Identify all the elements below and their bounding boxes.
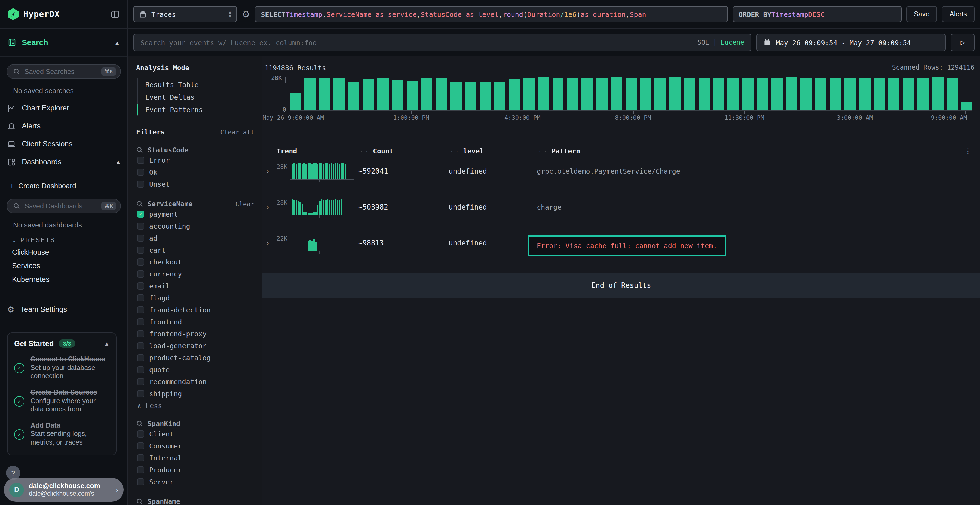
preset-kubernetes[interactable]: Kubernetes — [0, 273, 127, 286]
saved-dashboards-input[interactable]: Saved Dashboards ⌘K — [6, 199, 121, 213]
filter-option-frontend[interactable]: frontend — [136, 316, 254, 327]
search-icon[interactable] — [136, 200, 143, 207]
user-menu[interactable]: D dale@clickhouse.com dale@clickhouse.co… — [4, 478, 124, 502]
filter-option-shipping[interactable]: shipping — [136, 387, 254, 399]
column-header-level[interactable]: ⋮⋮level — [449, 147, 537, 155]
checkbox[interactable] — [137, 330, 144, 337]
filter-option-payment[interactable]: ✓payment — [136, 208, 254, 220]
checkbox[interactable] — [137, 354, 144, 361]
sidebar-item-chart-explorer[interactable]: Chart Explorer — [0, 99, 127, 117]
filter-option-checkout[interactable]: checkout — [136, 256, 254, 268]
row-expand-chevron-icon[interactable]: › — [266, 199, 277, 211]
drag-handle-icon[interactable]: ⋮⋮ — [449, 148, 460, 154]
run-query-button[interactable]: ▷ — [951, 34, 975, 51]
filter-option-client[interactable]: Client — [136, 428, 254, 440]
column-header-count[interactable]: ⋮⋮Count — [358, 147, 449, 155]
table-menu-icon[interactable]: ⋮ — [961, 147, 975, 155]
source-settings-gear-icon[interactable]: ⚙ — [242, 9, 250, 20]
get-started-item[interactable]: ✓Create Data SourcesConfigure where your… — [14, 389, 110, 414]
clear-filter-button[interactable]: Clear — [235, 200, 254, 208]
date-range-picker[interactable]: May 26 09:09:54 - May 27 09:09:54 — [756, 34, 946, 51]
order-by-input[interactable]: ORDER BY Timestamp DESC — [733, 6, 901, 22]
row-expand-chevron-icon[interactable]: › — [266, 163, 277, 175]
sidebar-section-search[interactable]: Search ▲ — [0, 29, 127, 57]
search-icon[interactable] — [136, 146, 143, 154]
row-expand-chevron-icon[interactable]: › — [266, 235, 277, 247]
show-less-button[interactable]: ∧Less — [136, 399, 254, 410]
event-search-input[interactable]: Search your events w/ Lucene ex. column:… — [134, 34, 751, 51]
sidebar-item-alerts[interactable]: Alerts — [0, 117, 127, 135]
filter-option-cart[interactable]: cart — [136, 244, 254, 256]
get-started-item[interactable]: ✓Add DataStart sending logs, metrics, or… — [14, 422, 110, 447]
checkbox[interactable] — [137, 180, 144, 187]
checkbox[interactable] — [137, 234, 144, 241]
checkbox[interactable] — [137, 454, 144, 461]
filter-option-fraud-detection[interactable]: fraud-detection — [136, 304, 254, 316]
sidebar-item-dashboards[interactable]: Dashboards▲ — [0, 153, 127, 171]
checkbox[interactable] — [137, 258, 144, 265]
checkbox[interactable] — [137, 378, 144, 385]
alerts-button[interactable]: Alerts — [942, 6, 975, 22]
sidebar-item-team-settings[interactable]: ⚙ Team Settings — [0, 300, 127, 318]
filter-option-quote[interactable]: quote — [136, 364, 254, 375]
preset-clickhouse[interactable]: ClickHouse — [0, 245, 127, 259]
checkbox[interactable] — [137, 270, 144, 277]
checkbox[interactable] — [137, 306, 144, 313]
chevron-up-icon[interactable]: ▲ — [115, 159, 121, 165]
filter-option-internal[interactable]: Internal — [136, 452, 254, 464]
analysis-mode-event-patterns[interactable]: Event Patterns — [138, 103, 254, 116]
search-icon[interactable] — [136, 498, 143, 505]
table-row[interactable]: ›22K~98813undefinedError: Visa cache ful… — [266, 235, 975, 263]
filter-option-ok[interactable]: Ok — [136, 166, 254, 178]
checkbox[interactable] — [137, 222, 144, 229]
checkbox[interactable] — [137, 282, 144, 289]
column-header-trend[interactable]: Trend — [277, 147, 358, 155]
filter-option-error[interactable]: Error — [136, 154, 254, 166]
get-started-header[interactable]: Get Started 3/3 ▲ — [14, 339, 110, 348]
checkbox[interactable] — [137, 430, 144, 437]
checkbox-checked[interactable]: ✓ — [137, 210, 144, 218]
table-row[interactable]: ›28K~592041undefinedgrpc.oteldemo.Paymen… — [266, 163, 975, 191]
clear-all-filters-button[interactable]: Clear all — [220, 129, 254, 136]
analysis-mode-event-deltas[interactable]: Event Deltas — [138, 91, 254, 103]
language-sql[interactable]: SQL — [697, 39, 709, 46]
source-select[interactable]: Traces ▲▼ — [134, 6, 237, 22]
drag-handle-icon[interactable]: ⋮⋮ — [358, 148, 369, 154]
filter-option-flagd[interactable]: flagd — [136, 292, 254, 304]
checkbox[interactable] — [137, 342, 144, 349]
filter-option-currency[interactable]: currency — [136, 268, 254, 280]
get-started-item[interactable]: ✓Connect to ClickHouseSet up your databa… — [14, 355, 110, 381]
checkbox[interactable] — [137, 246, 144, 253]
sql-select-input[interactable]: SELECT Timestamp, ServiceName as service… — [255, 6, 728, 22]
filter-option-email[interactable]: email — [136, 280, 254, 292]
checkbox[interactable] — [137, 318, 144, 325]
language-toggle[interactable]: SQL | Lucene — [697, 39, 744, 46]
create-dashboard-button[interactable]: + Create Dashboard — [0, 177, 127, 194]
search-icon[interactable] — [136, 420, 143, 427]
checkbox[interactable] — [137, 156, 144, 164]
chevron-up-icon[interactable]: ▲ — [104, 340, 110, 346]
checkbox[interactable] — [137, 466, 144, 473]
checkbox[interactable] — [137, 366, 144, 373]
checkbox[interactable] — [137, 478, 144, 485]
filter-option-producer[interactable]: Producer — [136, 464, 254, 476]
filter-option-load-generator[interactable]: load-generator — [136, 340, 254, 351]
sidebar-item-client-sessions[interactable]: Client Sessions — [0, 135, 127, 153]
preset-services[interactable]: Services — [0, 259, 127, 273]
filter-option-server[interactable]: Server — [136, 476, 254, 488]
filter-option-recommendation[interactable]: recommendation — [136, 375, 254, 387]
saved-searches-input[interactable]: Saved Searches ⌘K — [6, 64, 121, 79]
language-lucene[interactable]: Lucene — [721, 39, 744, 46]
checkbox[interactable] — [137, 442, 144, 449]
presets-toggle[interactable]: ⌄ PRESETS — [0, 230, 127, 245]
save-button[interactable]: Save — [906, 6, 937, 22]
column-header-pattern[interactable]: ⋮⋮Pattern — [537, 147, 961, 155]
filter-option-ad[interactable]: ad — [136, 232, 254, 244]
filter-option-frontend-proxy[interactable]: frontend-proxy — [136, 327, 254, 340]
filter-option-accounting[interactable]: accounting — [136, 220, 254, 232]
analysis-mode-results-table[interactable]: Results Table — [138, 78, 254, 91]
checkbox[interactable] — [137, 168, 144, 176]
filter-option-consumer[interactable]: Consumer — [136, 440, 254, 452]
chevron-up-icon[interactable]: ▲ — [115, 40, 120, 45]
checkbox[interactable] — [137, 390, 144, 397]
